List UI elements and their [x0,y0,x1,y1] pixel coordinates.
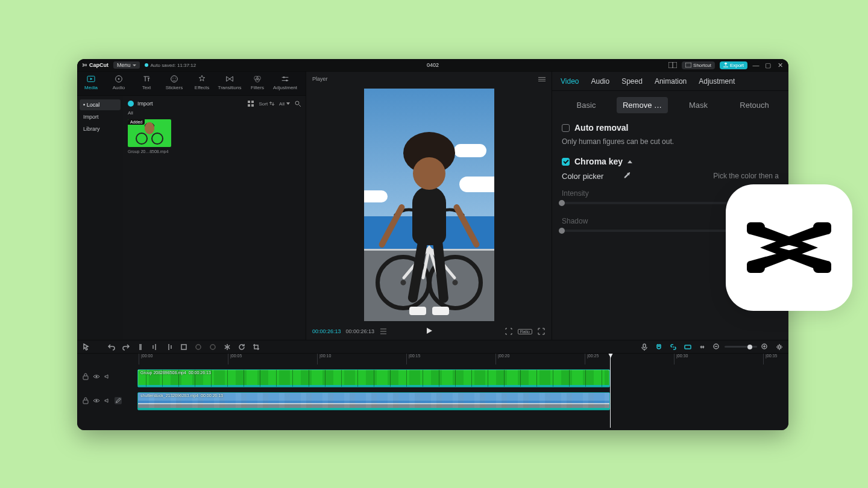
window-maximize-icon[interactable]: ▢ [764,61,772,69]
export-button[interactable]: Export [720,61,747,69]
svg-rect-23 [643,344,646,348]
track-lock-icon[interactable] [82,373,89,380]
library-tab-media[interactable]: Media [77,72,105,90]
svg-rect-24 [685,345,691,349]
player-canvas[interactable] [306,86,552,323]
timeline-zoom[interactable] [712,343,769,351]
chroma-key-checkbox[interactable] [562,158,570,166]
auto-removal-checkbox[interactable] [562,124,570,132]
playhead[interactable] [610,354,611,428]
timecode-total: 00:00:26:13 [346,328,375,334]
svg-point-6 [171,76,178,83]
view-grid-toggle[interactable] [248,101,254,107]
track-mute-icon[interactable] [104,397,111,404]
svg-rect-17 [251,104,254,107]
tab-adjustment[interactable]: Adjustment [699,77,735,86]
mirror-icon[interactable] [223,343,231,351]
library-tab-transitions[interactable]: Transitions [216,72,244,90]
track-edit-icon[interactable] [115,397,122,404]
tab-video[interactable]: Video [561,77,579,86]
split-left-icon[interactable] [151,343,159,351]
tab-animation[interactable]: Animation [655,77,687,86]
fullscreen-icon[interactable] [537,328,546,335]
window-minimize-icon[interactable]: — [752,61,760,69]
subtab-retouch[interactable]: Retouch [729,97,780,113]
library-tabs: Media Audio Text Stickers [77,72,306,96]
shadow-slider[interactable] [562,230,750,232]
tab-audio[interactable]: Audio [591,77,609,86]
magnet-on-icon[interactable] [655,343,663,351]
menu-button[interactable]: Menu [113,61,140,69]
settings-icon[interactable] [775,343,784,351]
track-visible-icon[interactable] [93,397,100,404]
crop-icon[interactable] [252,343,260,351]
delete-icon[interactable] [180,343,188,351]
collapse-icon[interactable] [698,343,706,351]
svg-rect-15 [251,101,254,103]
timeline-clip-2[interactable]: shutterstock_2132696283.mp4 00:00:26:13 [137,392,610,410]
player-menu-icon[interactable] [538,77,546,81]
eyedropper-icon[interactable] [623,171,632,181]
sort-dropdown[interactable]: Sort [259,101,274,107]
svg-rect-30 [83,400,88,404]
track-lock-icon[interactable] [82,397,89,404]
split-right-icon[interactable] [165,343,174,351]
preview-on-icon[interactable] [684,343,692,351]
record-off2-icon[interactable] [209,343,217,351]
layout-icon[interactable] [668,62,677,68]
timeline-gutter [77,354,137,430]
library-tab-stickers[interactable]: Stickers [160,72,188,90]
media-clip-thumbnail[interactable]: Added Group 20…8508.mp4 [128,119,171,154]
project-title: 0402 [427,62,439,68]
mic-icon[interactable] [640,343,649,351]
undo-icon[interactable] [107,343,116,351]
record-off-icon[interactable] [194,343,203,351]
timeline-tracks[interactable]: |00:00 |00:05 |00:10 |00:15 |00:20 |00:2… [137,354,788,430]
section-all-label: All [128,110,301,116]
library-nav-local[interactable]: • Local [80,99,121,110]
library-tab-adjustment[interactable]: Adjustment [271,72,299,90]
library-tab-effects[interactable]: Effects [188,72,216,90]
ratio-button[interactable]: Ratio [518,329,532,334]
added-badge: Added [128,119,145,125]
library-tab-audio[interactable]: Audio [105,72,133,90]
play-button[interactable] [426,327,433,336]
subtab-remove[interactable]: Remove … [617,97,668,113]
library-nav-import[interactable]: Import [80,111,121,122]
library-tab-text[interactable]: Text [133,72,160,90]
subtab-basic[interactable]: Basic [561,97,612,113]
auto-removal-title: Auto removal [574,123,628,133]
search-icon[interactable] [295,101,301,107]
shortcut-button[interactable]: Shortcut [682,61,715,69]
media-clip-name: Group 20…8508.mp4 [128,149,171,154]
tab-speed[interactable]: Speed [621,77,643,86]
video-preview [364,89,494,321]
filter-all-dropdown[interactable]: All [279,101,290,107]
svg-point-21 [196,345,201,349]
zoom-in-icon[interactable] [761,343,769,351]
svg-rect-20 [181,345,186,349]
import-button[interactable]: Import [128,101,153,107]
timeline-ruler[interactable]: |00:00 |00:05 |00:10 |00:15 |00:20 |00:2… [137,354,788,364]
library-tab-filters[interactable]: Filters [244,72,271,90]
auto-removal-note: Only human figures can be cut out. [562,137,779,146]
player-panel: Player [306,72,552,340]
library-nav-library[interactable]: Library [80,124,121,134]
capcut-app-icon [726,184,852,311]
chevron-up-icon[interactable] [627,160,632,163]
svg-rect-16 [248,104,250,107]
track-visible-icon[interactable] [93,373,100,380]
timeline-clip-1[interactable]: Group 2082898508.mp4 00:00:26:13 [137,369,610,387]
subtab-mask[interactable]: Mask [673,97,724,113]
pointer-tool-icon[interactable] [82,343,90,351]
zoom-out-icon[interactable] [712,343,721,351]
list-icon[interactable] [379,328,388,335]
window-close-icon[interactable]: ✕ [776,61,784,69]
focus-frame-icon[interactable] [505,328,513,335]
rotate-icon[interactable] [237,343,246,351]
track-mute-icon[interactable] [104,373,111,380]
link-on-icon[interactable] [669,343,678,351]
split-icon[interactable] [136,343,145,351]
redo-icon[interactable] [122,343,130,351]
intensity-slider[interactable] [562,202,750,204]
